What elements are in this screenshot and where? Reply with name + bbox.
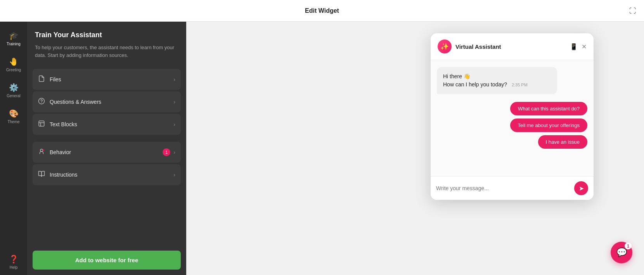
training-icon: 🎓 bbox=[9, 31, 19, 40]
files-chevron: › bbox=[173, 76, 175, 82]
svg-point-5 bbox=[40, 149, 43, 151]
files-icon bbox=[38, 75, 45, 84]
menu-list: Files › Questions & Answers › Text Block… bbox=[27, 65, 186, 189]
general-icon: ⚙️ bbox=[9, 83, 19, 92]
theme-icon: 🎨 bbox=[9, 109, 19, 118]
panel-title: Train Your Assistant bbox=[35, 31, 178, 39]
chat-title: Virtual Assistant bbox=[455, 43, 570, 50]
expand-icon[interactable]: ⛶ bbox=[629, 7, 636, 15]
sidebar-item-greeting[interactable]: 🤚 Greeting bbox=[0, 52, 27, 77]
chat-widget: ✨ Virtual Assistant 📱 ✕ Hi there 👋 How c… bbox=[431, 33, 594, 200]
top-bar: Edit Widget ⛶ bbox=[0, 0, 644, 22]
greeting-sub: How can I help you today? bbox=[443, 81, 507, 88]
help-icon: ❓ bbox=[9, 254, 19, 264]
behavior-chevron: › bbox=[173, 149, 175, 155]
page-title: Edit Widget bbox=[305, 7, 339, 14]
sidebar-label-training: Training bbox=[7, 42, 21, 46]
suggestion-btn-2[interactable]: Tell me about your offerings bbox=[510, 119, 587, 132]
message-timestamp: 2:35 PM bbox=[512, 82, 528, 87]
sidebar-item-theme[interactable]: 🎨 Theme bbox=[0, 103, 27, 129]
suggestion-btn-3[interactable]: I have an issue bbox=[538, 135, 587, 149]
panel-description: To help your customers, the assistant ne… bbox=[35, 44, 178, 59]
text-blocks-icon bbox=[38, 120, 45, 129]
qna-chevron: › bbox=[173, 99, 175, 105]
sidebar-item-training[interactable]: 🎓 Training bbox=[0, 26, 27, 52]
left-panel-header: Train Your Assistant To help your custom… bbox=[27, 22, 186, 65]
chat-input-area: ➤ bbox=[431, 176, 594, 200]
mobile-icon[interactable]: 📱 bbox=[570, 43, 578, 50]
chat-body: Hi there 👋 How can I help you today? 2:3… bbox=[431, 60, 594, 176]
menu-item-text-blocks[interactable]: Text Blocks › bbox=[33, 114, 181, 135]
behavior-badge: 1 bbox=[163, 148, 170, 156]
main-layout: 🎓 Training 🤚 Greeting ⚙️ General 🎨 Theme… bbox=[0, 22, 644, 275]
bubble-badge: 1 bbox=[625, 242, 632, 249]
sidebar-item-general[interactable]: ⚙️ General bbox=[0, 77, 27, 103]
chat-header-icons: 📱 ✕ bbox=[570, 43, 587, 50]
chat-bot-greeting: Hi there 👋 How can I help you today? 2:3… bbox=[437, 67, 557, 94]
center-area: ✨ Virtual Assistant 📱 ✕ Hi there 👋 How c… bbox=[186, 22, 644, 275]
greeting-icon: 🤚 bbox=[9, 57, 19, 66]
send-icon: ➤ bbox=[579, 185, 584, 192]
sidebar-icons: 🎓 Training 🤚 Greeting ⚙️ General 🎨 Theme… bbox=[0, 22, 27, 275]
floating-chat-bubble[interactable]: 💬 1 bbox=[611, 242, 632, 263]
menu-item-qna[interactable]: Questions & Answers › bbox=[33, 91, 181, 112]
sidebar-label-theme: Theme bbox=[7, 120, 19, 124]
qna-label: Questions & Answers bbox=[50, 99, 173, 105]
add-to-website-button[interactable]: Add to website for free bbox=[33, 251, 181, 270]
text-blocks-label: Text Blocks bbox=[50, 121, 173, 127]
close-icon[interactable]: ✕ bbox=[582, 43, 587, 50]
behavior-icon bbox=[38, 148, 45, 156]
qna-icon bbox=[38, 98, 45, 106]
left-panel: Train Your Assistant To help your custom… bbox=[27, 22, 186, 275]
menu-item-instructions[interactable]: Instructions › bbox=[33, 164, 181, 185]
suggestion-btn-1[interactable]: What can this assistant do? bbox=[510, 102, 587, 115]
menu-item-behavior[interactable]: Behavior 1 › bbox=[33, 142, 181, 163]
send-button[interactable]: ➤ bbox=[574, 181, 588, 195]
menu-item-files[interactable]: Files › bbox=[33, 69, 181, 90]
add-btn-container: Add to website for free bbox=[27, 245, 186, 275]
menu-gap bbox=[33, 136, 181, 140]
chat-header: ✨ Virtual Assistant 📱 ✕ bbox=[431, 33, 594, 60]
instructions-label: Instructions bbox=[50, 172, 173, 178]
sidebar-label-greeting: Greeting bbox=[6, 68, 21, 72]
text-blocks-chevron: › bbox=[173, 121, 175, 127]
chat-suggestions: What can this assistant do? Tell me abou… bbox=[437, 102, 587, 149]
bubble-chat-icon: 💬 bbox=[616, 248, 627, 258]
greeting-text: Hi there 👋 bbox=[443, 73, 470, 79]
sidebar-label-general: General bbox=[7, 94, 21, 98]
chat-input[interactable] bbox=[436, 185, 570, 191]
svg-point-6 bbox=[43, 150, 44, 151]
svg-rect-2 bbox=[39, 121, 44, 126]
chat-avatar: ✨ bbox=[438, 40, 452, 53]
sidebar-label-help: Help bbox=[10, 265, 18, 270]
instructions-chevron: › bbox=[173, 172, 175, 178]
behavior-label: Behavior bbox=[50, 149, 163, 155]
files-label: Files bbox=[50, 76, 173, 82]
sidebar-item-help[interactable]: ❓ Help bbox=[0, 249, 27, 275]
instructions-icon bbox=[38, 170, 45, 179]
